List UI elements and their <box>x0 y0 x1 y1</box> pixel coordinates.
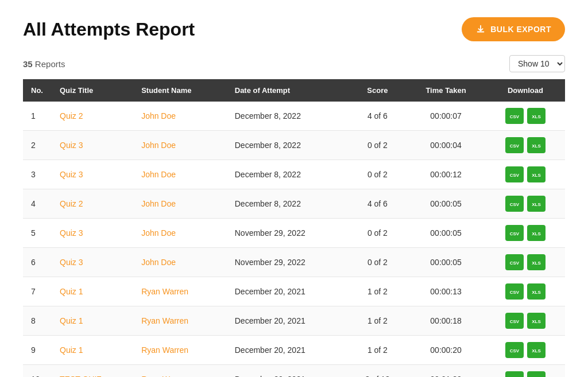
svg-rect-36 <box>508 373 521 377</box>
xls-download-button[interactable]: XLS <box>527 108 546 124</box>
quiz-link[interactable]: Quiz 3 <box>60 141 83 150</box>
cell-download: CSV XLS <box>486 277 565 306</box>
student-link[interactable]: Ryan Warren <box>141 345 188 355</box>
col-time: Time Taken <box>406 79 486 102</box>
cell-student: Ryan Warren <box>133 365 227 378</box>
csv-download-button[interactable]: CSV <box>505 313 524 329</box>
cell-score: 1 of 2 <box>349 336 406 365</box>
cell-student: Ryan Warren <box>133 336 227 365</box>
xls-download-button[interactable]: XLS <box>527 283 546 300</box>
quiz-link[interactable]: Quiz 3 <box>60 170 83 179</box>
cell-student: John Doe <box>133 102 227 131</box>
cell-score: 4 of 6 <box>349 102 406 131</box>
cell-no: 10 <box>23 365 52 378</box>
cell-no: 1 <box>23 102 52 131</box>
cell-download: CSV XLS <box>486 365 565 378</box>
svg-text:XLS: XLS <box>532 202 540 207</box>
quiz-link[interactable]: Quiz 1 <box>60 345 83 355</box>
xls-icon: XLS <box>529 197 544 211</box>
student-link[interactable]: John Doe <box>141 228 176 238</box>
cell-download: CSV XLS <box>486 102 565 131</box>
cell-time: 00:00:12 <box>406 160 486 189</box>
student-link[interactable]: Ryan Warren <box>141 287 188 296</box>
col-student-name: Student Name <box>133 79 227 102</box>
quiz-link[interactable]: TEST QUIZ <box>60 375 102 377</box>
cell-quiz: Quiz 3 <box>52 131 133 160</box>
quiz-link[interactable]: Quiz 1 <box>60 316 83 325</box>
cell-student: Ryan Warren <box>133 306 227 336</box>
table-header: No. Quiz Title Student Name Date of Atte… <box>23 79 565 102</box>
xls-download-button[interactable]: XLS <box>527 166 546 182</box>
cell-score: 0 of 2 <box>349 248 406 277</box>
download-buttons: CSV XLS <box>494 137 557 153</box>
xls-icon: XLS <box>529 372 544 377</box>
quiz-link[interactable]: Quiz 3 <box>60 258 83 267</box>
cell-download: CSV XLS <box>486 248 565 277</box>
csv-download-button[interactable]: CSV <box>505 254 524 270</box>
cell-date: December 20, 2021 <box>227 336 349 365</box>
csv-icon: CSV <box>507 226 522 240</box>
cell-student: John Doe <box>133 131 227 160</box>
quiz-link[interactable]: Quiz 2 <box>60 111 83 121</box>
cell-student: John Doe <box>133 219 227 248</box>
svg-text:XLS: XLS <box>532 143 540 149</box>
svg-text:XLS: XLS <box>532 319 540 324</box>
csv-download-button[interactable]: CSV <box>505 371 524 377</box>
student-link[interactable]: Ryan Warren <box>141 375 188 377</box>
xls-download-button[interactable]: XLS <box>527 137 546 153</box>
show-select[interactable]: Show 10 Show 25 Show 50 <box>509 55 565 72</box>
cell-date: December 8, 2022 <box>227 160 349 189</box>
student-link[interactable]: John Doe <box>141 258 176 267</box>
cell-student: Ryan Warren <box>133 277 227 306</box>
xls-download-button[interactable]: XLS <box>527 342 546 358</box>
xls-download-button[interactable]: XLS <box>527 313 546 329</box>
quiz-link[interactable]: Quiz 3 <box>60 228 83 238</box>
cell-time: 00:00:05 <box>406 219 486 248</box>
download-buttons: CSV XLS <box>494 225 557 241</box>
cell-student: John Doe <box>133 189 227 219</box>
cell-time: 00:01:30 <box>406 365 486 378</box>
cell-quiz: Quiz 1 <box>52 277 133 306</box>
xls-icon: XLS <box>529 168 544 181</box>
xls-download-button[interactable]: XLS <box>527 254 546 270</box>
csv-download-button[interactable]: CSV <box>505 108 524 124</box>
xls-download-button[interactable]: XLS <box>527 371 546 377</box>
csv-download-button[interactable]: CSV <box>505 196 524 212</box>
quiz-link[interactable]: Quiz 2 <box>60 199 83 208</box>
cell-time: 00:00:13 <box>406 277 486 306</box>
cell-score: 0 of 2 <box>349 160 406 189</box>
student-link[interactable]: John Doe <box>141 141 176 150</box>
svg-text:CSV: CSV <box>510 261 520 266</box>
csv-download-button[interactable]: CSV <box>505 342 524 358</box>
xls-icon: XLS <box>529 109 544 123</box>
cell-download: CSV XLS <box>486 189 565 219</box>
csv-icon: CSV <box>507 255 522 269</box>
table-row: 7 Quiz 1 Ryan Warren December 20, 2021 1… <box>23 277 565 306</box>
xls-download-button[interactable]: XLS <box>527 196 546 212</box>
csv-download-button[interactable]: CSV <box>505 166 524 182</box>
csv-icon: CSV <box>507 314 522 328</box>
student-link[interactable]: John Doe <box>141 170 176 179</box>
cell-score: 4 of 6 <box>349 189 406 219</box>
csv-download-button[interactable]: CSV <box>505 225 524 241</box>
download-buttons: CSV XLS <box>494 342 557 358</box>
csv-download-button[interactable]: CSV <box>505 137 524 153</box>
quiz-link[interactable]: Quiz 1 <box>60 287 83 296</box>
col-no: No. <box>23 79 52 102</box>
student-link[interactable]: John Doe <box>141 199 176 208</box>
xls-download-button[interactable]: XLS <box>527 225 546 241</box>
student-link[interactable]: John Doe <box>141 111 176 121</box>
page-title: All Attempts Report <box>23 19 195 40</box>
bulk-export-button[interactable]: BULK EXPORT <box>462 17 565 41</box>
student-link[interactable]: Ryan Warren <box>141 316 188 325</box>
reports-label: Reports <box>35 59 65 69</box>
cell-date: December 20, 2021 <box>227 277 349 306</box>
svg-text:CSV: CSV <box>510 202 520 207</box>
cell-score: 0 of 2 <box>349 131 406 160</box>
csv-download-button[interactable]: CSV <box>505 283 524 300</box>
cell-date: December 8, 2022 <box>227 131 349 160</box>
xls-icon: XLS <box>529 255 544 269</box>
count-number: 35 <box>23 59 33 69</box>
csv-icon: CSV <box>507 168 522 181</box>
download-buttons: CSV XLS <box>494 254 557 270</box>
